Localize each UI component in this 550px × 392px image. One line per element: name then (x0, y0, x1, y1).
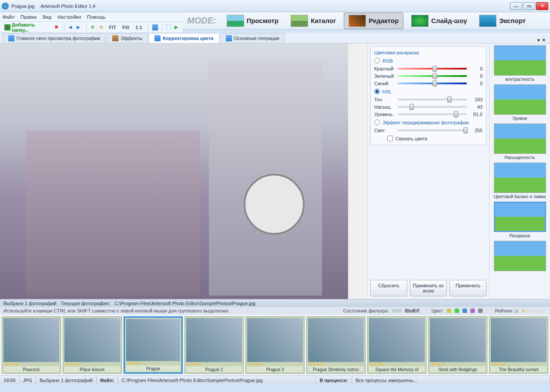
color-swatch[interactable] (463, 309, 467, 313)
menu-help[interactable]: Помощь (87, 14, 106, 20)
slider-blue[interactable] (398, 83, 467, 84)
thumbnail-card[interactable]: ★★★★Prague (124, 316, 183, 374)
thumbnail-card[interactable]: ★★★★The Beautiful sunset (489, 316, 548, 374)
reset-button[interactable]: Сбросить (370, 280, 407, 296)
thumb-rating: ★★★★ (430, 362, 486, 366)
thumbnail-card[interactable]: ★★★★Peacock (2, 316, 61, 374)
arrow-left-icon[interactable]: ◀ (68, 24, 74, 30)
one-to-one-button[interactable]: 1:1 (134, 24, 144, 31)
menu-file[interactable]: Файл (3, 14, 14, 20)
titlebar: Prague.jpg Artensoft Photo Editor 1.4 — … (0, 0, 550, 12)
canvas[interactable] (0, 43, 367, 299)
slideshow-icon (411, 15, 429, 27)
tool-icon[interactable] (152, 24, 158, 30)
thumb-name: Square the Memory of (369, 366, 425, 372)
title-appname: Artensoft Photo Editor 1.4 (40, 3, 95, 9)
slider-light[interactable] (398, 130, 467, 131)
preset-item[interactable]: Уровни (491, 84, 548, 121)
status-proc-text: Все процессы завершены... (352, 376, 550, 384)
radio-overexpose[interactable]: Эффект передерживание фотографии (374, 120, 483, 125)
color-swatch[interactable] (447, 309, 451, 313)
thumbnail-card[interactable]: ★★★★Prague 2 (184, 316, 244, 374)
menu-edit[interactable]: Правка (20, 14, 37, 20)
rating-stars[interactable]: ★☆☆☆☆ (521, 308, 543, 314)
thumb-image (308, 318, 364, 362)
thumbnail-strip[interactable]: ★★★★Peacock★★★★Place leisure★★★★Prague★★… (0, 315, 550, 375)
radio-hsl[interactable]: HSL (374, 89, 483, 94)
tab-main-window[interactable]: Главное окно просмотра фотографии (3, 33, 106, 43)
tab-effects[interactable]: Эффекты (107, 33, 148, 43)
thumb-name: The Beautiful sunset (491, 366, 547, 372)
tab-color-correct[interactable]: Корректировка цвета (149, 33, 219, 43)
mode-view[interactable]: Просмотр (222, 13, 283, 29)
preset-item[interactable]: Цветовой баланс и гамма (491, 163, 548, 199)
zoom-out-icon[interactable]: ⊖ (99, 24, 105, 30)
close-panel-icon[interactable]: ✕ (542, 37, 546, 43)
minimize-button[interactable]: — (510, 2, 522, 10)
mode-export[interactable]: Экспорт (475, 13, 530, 29)
preset-item[interactable] (491, 241, 548, 271)
slider-red[interactable] (398, 68, 467, 70)
thumb-image (491, 318, 547, 362)
arrow-right-icon[interactable]: ▶ (77, 24, 82, 30)
thumb-name: Prague Strelecky ostrov (308, 366, 364, 372)
radio-rgb[interactable]: RGB (374, 58, 483, 63)
thumb-rating: ★★★★ (64, 362, 120, 366)
window-icon (8, 35, 14, 41)
status-format: JPG (20, 376, 36, 384)
thumbnail-card[interactable]: ★★★★Prague Strelecky ostrov (306, 316, 366, 374)
preset-label: Цветовой баланс и гамма (491, 194, 548, 199)
add-folder-button[interactable]: ➕Добавить папку... (3, 21, 52, 33)
color-swatch[interactable] (455, 309, 459, 313)
fill-button[interactable]: Fill (121, 24, 131, 31)
fullscreen-icon[interactable]: ⛶ (166, 24, 172, 30)
infobar: Выбрано 1 фотографий Текущая фотография:… (0, 299, 550, 307)
thumbnail-card[interactable]: ★★★★Stork with fledglings (428, 316, 487, 374)
thumbnail-card[interactable]: ★★★★Prague 3 (245, 316, 305, 374)
filter-on[interactable]: ВКЛ (392, 308, 402, 313)
menu-settings[interactable]: Настройки (57, 14, 81, 20)
thumbnail-card[interactable]: ★★★★Place leisure (63, 316, 122, 374)
thumbnail-card[interactable]: ★★★★Square the Memory of (367, 316, 426, 374)
filter-color-label: Цвет: (432, 308, 444, 313)
preset-label: контрастность (491, 77, 548, 82)
effects-icon (112, 35, 118, 41)
apply-all-button[interactable]: Применить ко всем (410, 280, 447, 296)
color-swatch[interactable] (478, 309, 483, 313)
slider-level[interactable] (398, 113, 467, 115)
presets-panel: контрастностьУровниНасыщенностьЦветовой … (489, 43, 550, 299)
thumb-rating: ★★★★ (247, 362, 303, 366)
slider-green[interactable] (398, 75, 467, 77)
tab-basic-ops[interactable]: Основные операции (220, 33, 285, 43)
status-file-label: Файл: (97, 376, 118, 384)
checkbox-link-colors[interactable]: Связать цвета (387, 136, 483, 141)
thumb-rating: ★★★★ (3, 362, 59, 366)
status-count: 18\39 (0, 376, 20, 384)
label-sat: Насыщ. (374, 104, 395, 110)
preset-label: Насыщенность (491, 155, 548, 160)
mode-slideshow[interactable]: Слайд-шоу (407, 13, 471, 29)
delete-icon[interactable]: ✖ (54, 24, 60, 30)
mode-editor[interactable]: Редактор (344, 13, 403, 29)
preset-item[interactable]: Раскраска (491, 202, 548, 238)
play-icon[interactable]: ▶ (174, 24, 180, 30)
app-icon (2, 3, 9, 10)
slider-hue[interactable] (398, 99, 467, 100)
color-swatch[interactable] (470, 309, 475, 313)
preset-item[interactable]: Насыщенность (491, 123, 548, 160)
current-path: C:\Program Files\Artensoft Photo Editor\… (114, 301, 255, 306)
view-icon (227, 15, 244, 27)
menu-view[interactable]: Вид (43, 14, 51, 20)
apply-button[interactable]: Применить (449, 280, 486, 296)
fit-button[interactable]: FIT (107, 24, 118, 31)
dropdown-icon[interactable]: ▾ (537, 37, 540, 43)
mode-catalog[interactable]: Каталог (286, 13, 340, 29)
slider-sat[interactable] (398, 106, 467, 108)
main-area: Цветовая раскраска RGB Красный0 Зеленый0… (0, 43, 550, 299)
filter-off[interactable]: ВЫКЛ (405, 308, 419, 313)
close-button[interactable]: ✕ (536, 2, 548, 10)
preset-thumb (494, 202, 546, 232)
preset-item[interactable]: контрастность (491, 45, 548, 82)
maximize-button[interactable]: ▭ (523, 2, 535, 10)
zoom-in-icon[interactable]: ⊕ (91, 24, 96, 30)
